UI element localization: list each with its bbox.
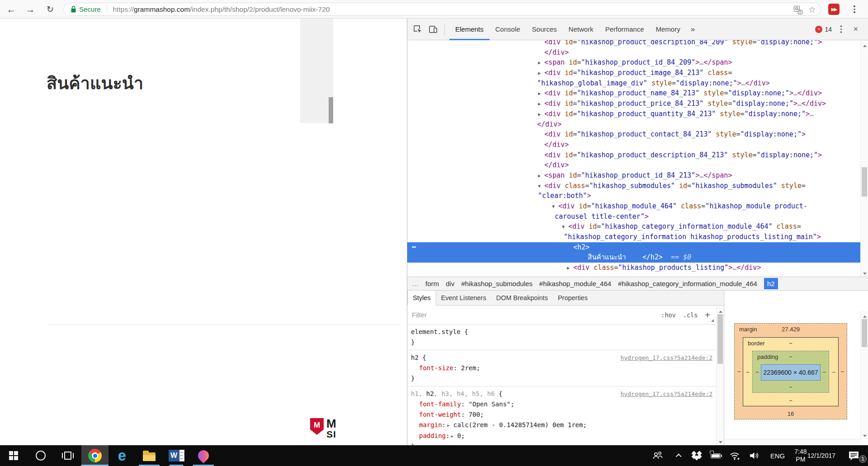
dom-node[interactable]: ▶<span id="hikashop_product_id_84_209">……: [407, 57, 860, 68]
stylesheet-link[interactable]: hydrogen_17.css?5a214ede:2: [621, 389, 713, 399]
sidebar-tab-dom-breakpoints[interactable]: DOM Breakpoints: [491, 291, 552, 305]
forward-icon[interactable]: →: [24, 3, 37, 16]
dom-node[interactable]: ▶<div id="hikashop_product_name_84_213" …: [407, 88, 860, 99]
elements-scrollbar-thumb[interactable]: [862, 167, 867, 197]
stylesheet-link[interactable]: hydrogen_17.css?5a214ede:2: [621, 353, 713, 363]
metrics-horizontal-scrollbar[interactable]: [724, 439, 860, 445]
dom-node[interactable]: ▼<div id="hikashop_category_information_…: [407, 221, 860, 232]
elements-scrollbar[interactable]: [860, 40, 868, 277]
dom-node-selected[interactable]: สินค้าแนะนำ </h2> == $0: [407, 252, 860, 263]
box-model-content[interactable]: 22369600 × 40.667: [761, 364, 821, 381]
tray-expand-button[interactable]: [674, 454, 684, 458]
devtools-tab-elements[interactable]: Elements: [449, 19, 490, 40]
browser-menu-icon[interactable]: [852, 4, 857, 14]
task-view-button[interactable]: [54, 445, 81, 466]
dom-node[interactable]: </div>: [407, 47, 860, 58]
dom-node[interactable]: </div>: [407, 140, 860, 150]
translate-icon[interactable]: G文: [794, 6, 802, 14]
margin-right-value[interactable]: −: [840, 368, 844, 375]
css-property[interactable]: margin:▶ calc(2rem - 0.14285714em) 0em 1…: [411, 420, 716, 431]
more-tabs-button[interactable]: »: [686, 25, 699, 34]
dom-node[interactable]: "clear:both">: [407, 191, 860, 201]
dom-node[interactable]: <div id="hikashop_product_description_84…: [407, 150, 860, 160]
breadcrumb-item[interactable]: #hikashop_category_information_module_46…: [618, 280, 757, 287]
taskbar-chrome[interactable]: [81, 445, 108, 466]
box-model-padding[interactable]: padding − − − − 22369600 × 40.667: [752, 351, 829, 393]
border-right-value[interactable]: −: [832, 368, 835, 375]
breadcrumb-item[interactable]: h2: [764, 278, 778, 289]
scroll-down-icon[interactable]: [717, 438, 724, 445]
css-property[interactable]: font-family: "Open Sans";: [411, 399, 716, 410]
margin-bottom-value[interactable]: 16: [735, 410, 847, 417]
page-scrollbar-thumb[interactable]: [329, 97, 333, 123]
metrics-scrollbar[interactable]: [860, 311, 868, 439]
dom-node[interactable]: <div id="hikashop_product_description_84…: [407, 40, 860, 47]
css-rule[interactable]: h2 {hydrogen_17.css?5a214ede:2font-size:…: [407, 350, 716, 386]
bookmark-star-icon[interactable]: ☆: [808, 3, 816, 16]
cortana-button[interactable]: [27, 445, 54, 466]
padding-right-value[interactable]: −: [822, 368, 826, 375]
inspect-element-icon[interactable]: [413, 24, 423, 34]
dom-node[interactable]: </div>: [407, 119, 860, 130]
scroll-down-icon[interactable]: [861, 432, 868, 439]
scroll-up-icon[interactable]: [717, 306, 724, 313]
dom-node[interactable]: </div>: [407, 160, 860, 170]
dom-node[interactable]: ▶<div id="hikashop_product_quantity_84_2…: [407, 109, 860, 119]
scroll-up-icon[interactable]: [861, 311, 868, 318]
dom-node[interactable]: "hikashop_global_image_div" style="displ…: [407, 78, 860, 89]
reload-icon[interactable]: ↻: [43, 3, 57, 16]
css-rule[interactable]: element.style {}: [407, 325, 716, 350]
taskbar-paint3d[interactable]: [190, 445, 217, 466]
dom-node[interactable]: ▶<span id="hikashop_product_id_84_213">……: [407, 170, 860, 181]
device-toolbar-icon[interactable]: [428, 24, 438, 34]
volume-tray-icon[interactable]: [748, 452, 761, 460]
styles-filter-input[interactable]: [407, 311, 570, 319]
new-rule-corner-icon[interactable]: [711, 319, 714, 322]
taskbar-word[interactable]: W: [163, 445, 190, 466]
dom-node[interactable]: <div id="hikashop_product_contact_84_213…: [407, 129, 860, 140]
border-top-value[interactable]: −: [743, 340, 838, 347]
address-bar[interactable]: Secure https://grammashop.com/index.php/…: [63, 3, 821, 16]
margin-left-value[interactable]: −: [737, 368, 741, 375]
breadcrumb-item[interactable]: #hikashop_submodules: [461, 280, 533, 287]
padding-top-value[interactable]: −: [753, 353, 829, 360]
taskbar-internet-explorer[interactable]: e: [108, 445, 136, 466]
css-property[interactable]: padding:▶ 0;: [411, 431, 716, 442]
dom-node[interactable]: ▶<div class="hikashop_products_listing">…: [407, 263, 860, 273]
padding-bottom-value[interactable]: −: [753, 384, 829, 391]
box-model-margin[interactable]: margin 27.429 16 − − border − − − − pa: [734, 323, 847, 419]
toggle-element-state[interactable]: :hov: [661, 311, 676, 319]
action-center-button[interactable]: 1: [844, 451, 863, 461]
devtools-tab-sources[interactable]: Sources: [526, 19, 563, 40]
battery-tray-icon[interactable]: [709, 453, 722, 458]
dropbox-tray-icon[interactable]: [691, 451, 703, 460]
breadcrumb-item[interactable]: #hikashop_module_464: [539, 280, 611, 287]
dom-node[interactable]: ▼<div class="hikashop_submodules" id="hi…: [407, 181, 860, 191]
scroll-down-icon[interactable]: [861, 269, 868, 277]
toggle-element-classes[interactable]: .cls: [683, 311, 698, 319]
css-rule[interactable]: h1, h2, h3, h4, h5, h6 {hydrogen_17.css?…: [407, 386, 716, 445]
network-tray-icon[interactable]: [729, 452, 741, 460]
devtools-close-icon[interactable]: ×: [850, 24, 861, 34]
dom-node[interactable]: carousel title-center">: [407, 212, 860, 222]
node-options-dots[interactable]: …: [412, 240, 416, 251]
browser-extension-icon[interactable]: ▶▶: [828, 4, 840, 15]
styles-scrollbar[interactable]: [716, 306, 724, 445]
clock[interactable]: 7:48 PM 12/1/2017: [794, 448, 835, 463]
start-button[interactable]: [0, 445, 27, 466]
sidebar-tab-properties[interactable]: Properties: [553, 291, 593, 305]
devtools-tab-performance[interactable]: Performance: [599, 19, 650, 40]
border-bottom-value[interactable]: −: [743, 397, 838, 404]
dom-node[interactable]: "hikashop_category_information hikashop_…: [407, 232, 860, 242]
border-left-value[interactable]: −: [746, 368, 750, 375]
scroll-up-icon[interactable]: [861, 40, 868, 47]
dom-node-selected[interactable]: …<h2>: [407, 242, 860, 253]
css-property[interactable]: font-weight: 700;: [411, 410, 716, 420]
taskbar-file-explorer[interactable]: [136, 445, 163, 466]
styles-scrollbar-thumb[interactable]: [717, 314, 723, 364]
breadcrumb-item[interactable]: div: [446, 280, 454, 287]
devtools-tab-memory[interactable]: Memory: [650, 19, 686, 40]
sidebar-tab-event-listeners[interactable]: Event Listeners: [436, 291, 491, 305]
box-model-border[interactable]: border − − − − padding − − − − 22: [743, 337, 839, 406]
language-indicator[interactable]: ENG: [769, 452, 787, 460]
